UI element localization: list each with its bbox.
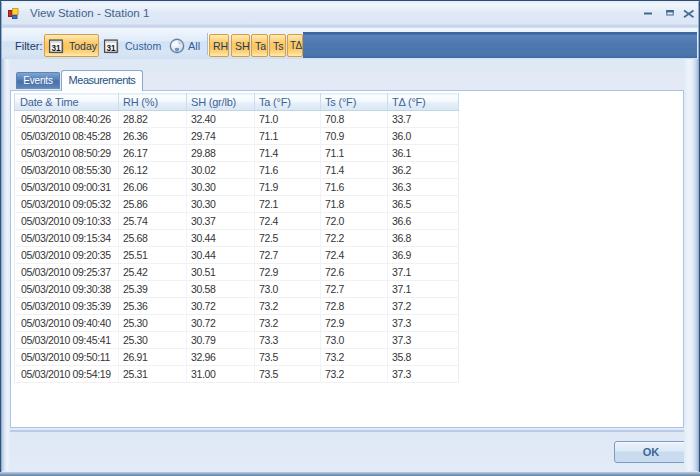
svg-text:31: 31 [51,44,61,53]
svg-text:31: 31 [106,44,116,53]
